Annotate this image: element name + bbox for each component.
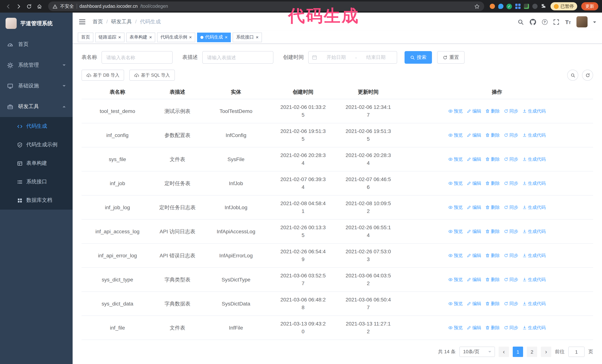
tab-form-builder[interactable]: 表单构建 [126, 32, 155, 42]
preview-link[interactable]: 预览 [448, 155, 463, 163]
delete-link[interactable]: 删除 [485, 107, 500, 115]
import-db-button[interactable]: 基于 DB 导入 [82, 70, 124, 81]
preview-link[interactable]: 预览 [448, 228, 463, 235]
browser-refresh-button[interactable] [24, 2, 33, 11]
sync-link[interactable]: 同步 [504, 179, 518, 187]
goto-page-input[interactable] [568, 347, 585, 357]
edit-link[interactable]: 编辑 [467, 276, 481, 283]
date-range-picker[interactable]: 开始日期 - 结束日期 [308, 51, 397, 64]
github-icon[interactable] [530, 19, 536, 25]
search-icon[interactable] [517, 19, 524, 25]
close-icon[interactable] [189, 35, 192, 40]
url-domain[interactable]: dashboard.yudao.iocoder.cn [79, 4, 138, 9]
sync-link[interactable]: 同步 [504, 324, 518, 332]
browser-update-button[interactable]: 更新 [581, 2, 598, 10]
sync-link[interactable]: 同步 [504, 203, 518, 211]
user-avatar[interactable] [576, 16, 588, 27]
browser-forward-button[interactable] [14, 2, 23, 11]
generate-code-link[interactable]: 生成代码 [522, 324, 546, 332]
browser-home-button[interactable] [35, 2, 44, 11]
delete-link[interactable]: 删除 [485, 155, 500, 163]
page-button-2[interactable]: 2 [527, 347, 537, 357]
delete-link[interactable]: 删除 [485, 131, 500, 139]
help-icon[interactable] [542, 19, 547, 25]
sync-link[interactable]: 同步 [504, 155, 518, 163]
preview-link[interactable]: 预览 [448, 203, 463, 211]
delete-link[interactable]: 删除 [485, 203, 500, 211]
sync-link[interactable]: 同步 [504, 228, 518, 235]
sidebar-item-system[interactable]: 系统管理 [0, 55, 73, 75]
breadcrumb-item[interactable]: 研发工具 [103, 19, 132, 25]
generate-code-link[interactable]: 生成代码 [522, 300, 546, 308]
edit-link[interactable]: 编辑 [467, 203, 481, 211]
preview-link[interactable]: 预览 [448, 276, 463, 283]
fullscreen-icon[interactable] [553, 19, 559, 25]
url-path[interactable]: /tool/codegen [140, 4, 168, 9]
reset-button[interactable]: 重置 [437, 51, 464, 64]
edit-link[interactable]: 编辑 [467, 131, 481, 139]
tab-api[interactable]: 系统接口 [233, 32, 262, 42]
sync-link[interactable]: 同步 [504, 300, 518, 308]
extension-dark-green-icon[interactable] [523, 3, 530, 10]
close-icon[interactable] [118, 35, 121, 40]
sync-link[interactable]: 同步 [504, 276, 518, 283]
sidebar-item-form-builder[interactable]: 表单构建 [0, 154, 73, 173]
extension-grid-icon[interactable] [514, 3, 521, 10]
close-icon[interactable] [149, 35, 152, 40]
paused-badge[interactable]: 已暂停 [550, 2, 577, 10]
generate-code-link[interactable]: 生成代码 [522, 107, 546, 115]
generate-code-link[interactable]: 生成代码 [522, 276, 546, 283]
sidebar-item-codegen[interactable]: 代码生成 [0, 117, 73, 135]
sidebar-item-devtools[interactable]: 研发工具 [0, 96, 73, 117]
sidebar-item-db-doc[interactable]: 数据库文档 [0, 191, 73, 210]
close-icon[interactable] [256, 35, 258, 40]
font-size-icon[interactable] [565, 19, 571, 25]
preview-link[interactable]: 预览 [448, 252, 463, 260]
generate-code-link[interactable]: 生成代码 [522, 252, 546, 260]
delete-link[interactable]: 删除 [485, 324, 500, 332]
sidebar-item-codegen-example[interactable]: 代码生成示例 [0, 135, 73, 154]
generate-code-link[interactable]: 生成代码 [522, 179, 546, 187]
edit-link[interactable]: 编辑 [467, 324, 481, 332]
preview-link[interactable]: 预览 [448, 179, 463, 187]
preview-link[interactable]: 预览 [448, 300, 463, 308]
edit-link[interactable]: 编辑 [467, 300, 481, 308]
edit-link[interactable]: 编辑 [467, 252, 481, 260]
sync-link[interactable]: 同步 [504, 252, 518, 260]
prev-page-button[interactable] [499, 347, 509, 357]
tab-codegen[interactable]: 代码生成 [197, 32, 231, 42]
extension-blue-drop-icon[interactable] [497, 3, 504, 10]
edit-link[interactable]: 编辑 [467, 228, 481, 235]
generate-code-link[interactable]: 生成代码 [522, 131, 546, 139]
toggle-search-button[interactable] [567, 70, 578, 81]
sidebar-item-home[interactable]: 首页 [0, 34, 73, 55]
browser-back-button[interactable] [4, 2, 13, 11]
avatar-caret-icon[interactable] [593, 21, 596, 24]
sidebar-item-api[interactable]: 系统接口 [0, 173, 73, 191]
delete-link[interactable]: 删除 [485, 252, 500, 260]
close-icon[interactable] [225, 35, 228, 40]
sync-link[interactable]: 同步 [504, 131, 518, 139]
tab-home[interactable]: 首页 [78, 32, 93, 42]
import-sql-button[interactable]: 基于 SQL 导入 [129, 70, 175, 81]
edit-link[interactable]: 编辑 [467, 179, 481, 187]
generate-code-link[interactable]: 生成代码 [522, 155, 546, 163]
delete-link[interactable]: 删除 [485, 300, 500, 308]
tab-codegen-example[interactable]: 代码生成示例 [157, 32, 195, 42]
delete-link[interactable]: 删除 [485, 276, 500, 283]
bookmark-star-icon[interactable] [474, 3, 480, 9]
next-page-button[interactable] [541, 347, 551, 357]
table-name-input[interactable] [101, 51, 173, 64]
breadcrumb-item[interactable]: 首页 [93, 19, 103, 25]
preview-link[interactable]: 预览 [448, 107, 463, 115]
sync-link[interactable]: 同步 [504, 107, 518, 115]
preview-link[interactable]: 预览 [448, 324, 463, 332]
edit-link[interactable]: 编辑 [467, 155, 481, 163]
search-button[interactable]: 搜索 [405, 51, 432, 64]
table-desc-input[interactable] [202, 51, 273, 64]
generate-code-link[interactable]: 生成代码 [522, 228, 546, 235]
generate-code-link[interactable]: 生成代码 [522, 203, 546, 211]
refresh-table-button[interactable] [582, 70, 593, 81]
page-size-select[interactable]: 10条/页 [459, 347, 495, 357]
edit-link[interactable]: 编辑 [467, 107, 481, 115]
